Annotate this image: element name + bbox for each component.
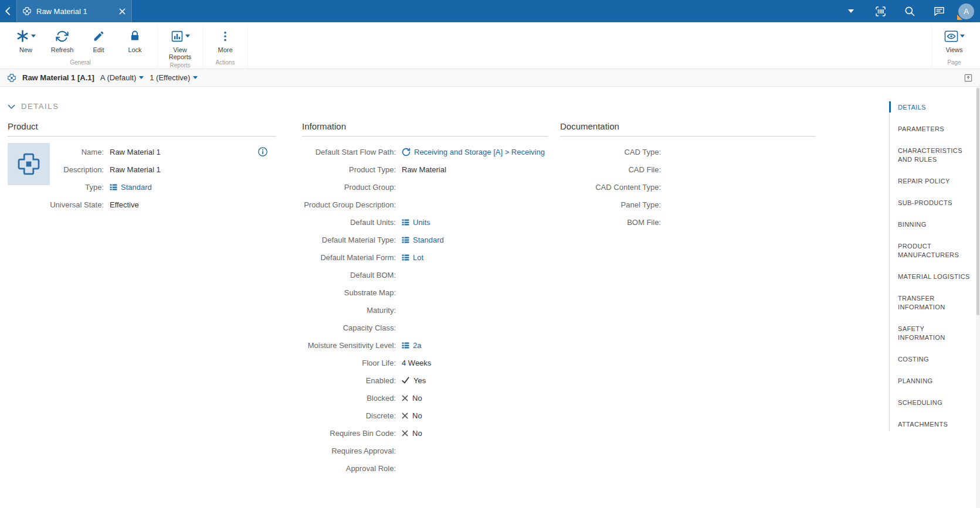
entity-icon <box>110 183 117 191</box>
sidenav-item-binning[interactable]: BINNING <box>898 220 972 229</box>
field-row-cad-content-type: CAD Content Type: <box>560 178 816 196</box>
field-row-description: Description: Raw Material 1 <box>50 161 276 178</box>
sidenav-item-parameters[interactable]: PARAMETERS <box>898 125 972 134</box>
chat-icon[interactable] <box>929 0 949 22</box>
views-icon <box>944 30 958 43</box>
sidenav-item-characteristics-and-rules[interactable]: CHARACTERISTICS AND RULES <box>898 146 972 164</box>
sidenav-item-scheduling[interactable]: SCHEDULING <box>898 398 972 407</box>
avatar[interactable]: A <box>958 4 974 19</box>
views-button[interactable]: Views <box>937 25 972 53</box>
details-section-header[interactable]: DETAILS <box>8 102 889 111</box>
field-label: Enabled: <box>302 376 402 385</box>
new-button[interactable]: New <box>8 25 43 53</box>
refresh-button[interactable]: Refresh <box>45 25 80 53</box>
entity-icon <box>402 219 409 226</box>
field-label: Product Group: <box>302 183 402 192</box>
search-icon[interactable] <box>900 0 920 22</box>
view-reports-button-label: View Reports <box>162 46 198 60</box>
chevron-left-icon <box>2 5 14 17</box>
column-product: Product Name: Raw Material 1 Description… <box>8 121 276 477</box>
field-row-name: Name: Raw Material 1 <box>50 143 276 161</box>
x-icon <box>402 412 408 419</box>
field-label: Floor Life: <box>302 359 402 367</box>
default-units-link[interactable]: Units <box>402 218 430 227</box>
column-documentation: Documentation CAD Type: CAD File: CAD Co… <box>560 121 816 477</box>
ribbon-group-page: Views Page <box>931 22 976 69</box>
field-label: Product Type: <box>302 165 402 174</box>
sidenav-item-attachments[interactable]: ATTACHMENTS <box>898 420 972 429</box>
type-link[interactable]: Standard <box>110 183 152 192</box>
topbar: Raw Material 1 A <box>0 0 980 22</box>
sidenav-item-repair-policy[interactable]: REPAIR POLICY <box>898 177 972 186</box>
reports-icon <box>171 30 184 43</box>
revision-selector[interactable]: 1 (Effective) <box>150 73 198 82</box>
refresh-icon <box>56 30 69 43</box>
field-row-requires-approval: Requires Approval: <box>302 442 548 459</box>
chevron-down-icon <box>8 104 15 109</box>
field-label: Blocked: <box>302 394 402 403</box>
field-label: BOM File: <box>560 218 667 227</box>
entity-icon <box>402 342 409 349</box>
sidenav-item-material-logistics[interactable]: MATERIAL LOGISTICS <box>898 272 972 281</box>
field-label: Default Units: <box>302 218 402 227</box>
field-row-approval-role: Approval Role: <box>302 459 548 477</box>
ribbon-group-actions: More Actions <box>203 22 248 69</box>
sidenav-item-planning[interactable]: PLANNING <box>898 377 972 386</box>
details-columns: Product Name: Raw Material 1 Description… <box>8 121 889 477</box>
lock-icon <box>129 30 141 42</box>
tab-raw-material-1[interactable]: Raw Material 1 <box>16 0 132 22</box>
field-label: Product Group Description: <box>302 200 402 209</box>
sidenav-item-safety-information[interactable]: SAFETY INFORMATION <box>898 325 972 342</box>
edit-button[interactable]: Edit <box>81 25 116 53</box>
sidenav-item-transfer-information[interactable]: TRANSFER INFORMATION <box>898 294 972 312</box>
close-tab-icon[interactable] <box>119 8 126 15</box>
x-icon <box>402 430 408 437</box>
vertical-scrollbar[interactable] <box>976 87 980 508</box>
scan-icon[interactable] <box>870 0 890 22</box>
version-selector[interactable]: A (Default) <box>100 73 144 82</box>
field-label: Type: <box>50 183 110 192</box>
chevron-down-icon[interactable] <box>841 0 861 22</box>
sidenav-item-details[interactable]: DETAILS <box>898 103 972 112</box>
moisture-sensitivity-level-link[interactable]: 2a <box>402 341 421 350</box>
column-information: Information Default Start Flow Path: Rec… <box>302 121 548 477</box>
view-reports-button[interactable]: View Reports <box>162 25 198 60</box>
field-row-cad-file: CAD File: <box>560 161 816 178</box>
field-row-default-units: Default Units: Units <box>302 213 548 231</box>
field-row-default-material-type: Default Material Type: Standard <box>302 231 548 248</box>
field-label: Panel Type: <box>560 200 667 209</box>
sidenav-item-product-manufacturers[interactable]: PRODUCT MANUFACTURERS <box>898 242 972 260</box>
field-label: Universal State: <box>50 200 110 209</box>
default-start-flow-path-link[interactable]: Receiving and Storage [A] > Receiving <box>402 148 545 156</box>
field-row-requires-bin-code: Requires Bin Code: No <box>302 424 548 442</box>
field-row-maturity: Maturity: <box>302 301 548 319</box>
field-label: CAD Type: <box>560 148 667 156</box>
flow-icon <box>402 148 411 156</box>
expand-panel-icon[interactable] <box>964 73 973 83</box>
entity-icon <box>402 254 409 261</box>
avatar-initial: A <box>964 7 969 16</box>
sidenav-item-costing[interactable]: COSTING <box>898 355 972 364</box>
ribbon-group-reports: View Reports Reports <box>158 22 203 69</box>
more-button[interactable]: More <box>208 25 243 53</box>
scrollbar-thumb[interactable] <box>976 88 979 315</box>
sidenav-item-sub-products[interactable]: SUB-PRODUCTS <box>898 199 972 207</box>
product-icon <box>22 6 32 16</box>
field-label: Capacity Class: <box>302 323 402 332</box>
field-row-moisture-sensitivity-level: Moisture Sensitivity Level: 2a <box>302 336 548 354</box>
field-row-enabled: Enabled: Yes <box>302 371 548 389</box>
field-row-product-group-description: Product Group Description: <box>302 196 548 213</box>
ribbon-group-general: New Refresh Edit Lock General <box>4 22 158 69</box>
default-material-form-link[interactable]: Lot <box>402 253 423 262</box>
requires-bin-code-value: No <box>402 429 422 438</box>
field-row-default-material-form: Default Material Form: Lot <box>302 248 548 266</box>
info-icon[interactable] <box>257 146 268 157</box>
edit-icon <box>93 30 105 42</box>
lock-button[interactable]: Lock <box>117 25 152 53</box>
back-button[interactable] <box>0 0 16 22</box>
default-material-type-link[interactable]: Standard <box>402 236 444 244</box>
search-icon <box>904 5 915 17</box>
column-header-product: Product <box>8 121 276 137</box>
caret-down-icon <box>185 35 190 37</box>
name-value: Raw Material 1 <box>110 148 161 156</box>
